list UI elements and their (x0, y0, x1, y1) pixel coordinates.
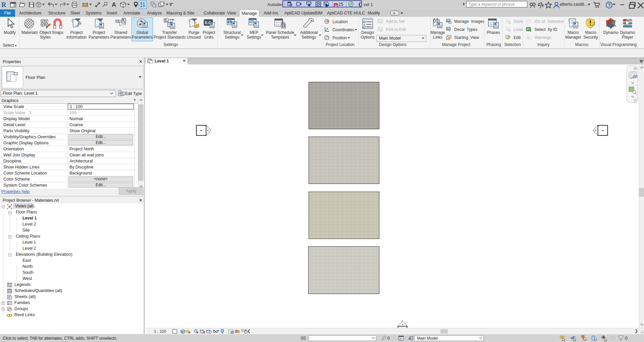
svg-text:?: ? (608, 2, 611, 8)
svg-text:A: A (112, 1, 116, 8)
svg-text:S: S (229, 21, 231, 24)
svg-text:1: 1 (105, 3, 107, 5)
svg-text:}: } (337, 2, 338, 7)
svg-text:R: R (1, 1, 6, 8)
